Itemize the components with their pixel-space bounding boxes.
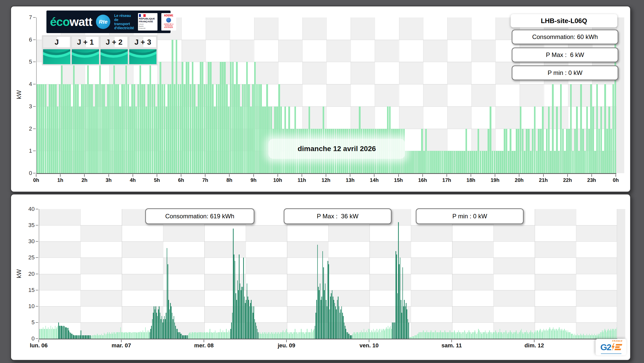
checker-cell [576,290,617,306]
checker-cell [163,258,204,274]
power-bar [544,151,546,173]
power-bar [282,332,283,339]
y-tick-label: 35 [21,222,35,229]
power-bar [568,129,570,173]
power-bar [496,332,497,339]
power-bar [266,84,268,173]
power-bar [267,334,268,339]
checker-cell [535,209,576,225]
checker-cell [206,17,230,40]
power-bar [488,332,488,339]
power-bar [111,84,113,173]
power-bar [444,332,444,339]
power-bar [474,332,474,339]
power-bar-highlight [345,326,345,339]
power-bar [313,330,314,339]
tab-j2[interactable]: J + 2 [100,36,128,64]
power-bar-highlight [403,306,404,339]
power-bar [96,335,97,339]
power-bar [477,332,478,339]
power-bar [141,332,142,339]
power-bar [117,332,118,339]
tab-j3[interactable]: J + 3 [129,36,157,64]
power-bar [119,332,120,339]
power-bar [548,106,550,173]
power-bar-highlight [237,280,238,339]
power-bar [377,329,377,339]
power-bar-highlight [164,316,165,339]
power-bar-highlight [236,300,237,339]
checker-cell [471,106,496,129]
power-bar [600,106,602,173]
power-bar-highlight [179,332,180,339]
power-bar [520,106,522,173]
power-bar [298,334,298,339]
power-bar [51,84,53,173]
power-bar-highlight [78,335,79,339]
tab-j-label: J [43,36,70,48]
power-bar [514,151,516,173]
power-bar-highlight [407,309,407,339]
checker-cell [471,17,496,40]
x-tick-label: 10h [269,177,287,183]
power-bar [588,335,589,339]
power-bar [431,151,433,173]
tick-mark [451,340,452,342]
power-bar [604,330,605,339]
power-bar [419,151,421,173]
checker-cell [302,62,326,84]
ademe-globe-icon [166,18,171,23]
power-bar-highlight [86,335,86,339]
power-bar [106,335,106,339]
y-tick-label: 6 [18,36,32,43]
checker-cell [302,17,326,40]
checker-cell [375,17,399,40]
power-bar-highlight [315,326,315,339]
power-bar [490,332,491,339]
power-bar-highlight [151,326,152,339]
power-bar-highlight [70,333,71,339]
power-bar [79,106,81,173]
power-bar [578,335,579,339]
power-bar-highlight [253,313,253,339]
power-bar [114,332,115,339]
power-bar-highlight [150,329,151,339]
power-bar-highlight [170,303,171,339]
checker-cell [81,290,122,306]
power-bar-highlight [394,322,394,339]
power-bar-highlight [173,319,173,339]
tab-j1[interactable]: J + 1 [72,36,99,64]
tab-j[interactable]: J [43,36,71,64]
power-bar [133,84,135,173]
power-bar [263,334,264,339]
power-bar [288,332,289,339]
power-bar [546,129,548,173]
power-bar [455,151,457,173]
power-bar-highlight [401,313,402,339]
power-bar [516,129,518,173]
power-bar [474,330,475,339]
checker-cell [370,225,411,241]
power-bar [453,151,455,173]
checker-cell [254,62,278,84]
power-bar [208,62,210,173]
power-bar [304,334,305,339]
power-bar-highlight [399,264,400,339]
power-bar [131,84,133,173]
tick-mark [205,174,205,177]
checker-cell [246,241,287,258]
power-bar [284,332,284,339]
checker-cell [278,84,302,106]
weekly-consumption-stat: Consommation: 619 kWh [145,208,254,224]
power-bar [192,62,194,173]
power-bar [260,84,262,173]
power-bar-highlight [346,332,347,339]
power-bar [75,84,77,173]
power-bar [558,151,560,173]
power-bar [269,332,270,339]
power-bar-highlight [63,326,63,339]
power-bar [266,332,267,339]
power-bar [371,332,371,339]
x-tick-label: 14h [365,177,383,183]
power-bar [92,335,93,339]
